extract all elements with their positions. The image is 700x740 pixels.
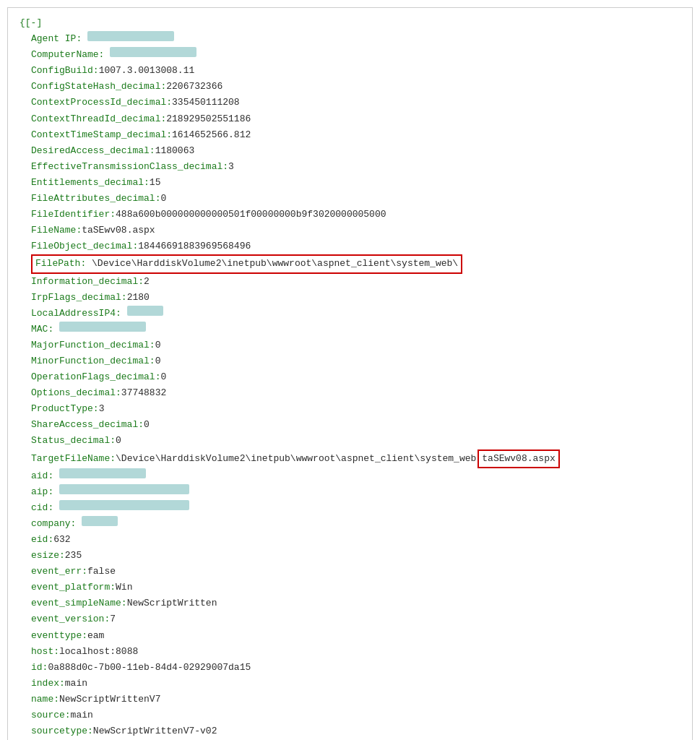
key-contextprocessid: ContextProcessId_decimal: xyxy=(31,95,172,111)
value-irpflags: 2180 xyxy=(127,290,150,306)
field-status: Status_decimal: 0 xyxy=(31,433,680,449)
field-aid: aid: xyxy=(31,468,680,484)
value-shareaccess: 0 xyxy=(144,417,150,433)
value-targetfilename-path: \Device\HarddiskVolume2\inetpub\wwwroot\… xyxy=(116,451,476,467)
key-mac: MAC: xyxy=(31,322,53,337)
key-configstatehash: ConfigStateHash_decimal: xyxy=(31,79,166,95)
value-event-simplename: NewScriptWritten xyxy=(127,595,217,611)
value-targetfilename-suffix: taSEwv08.aspx xyxy=(478,449,559,468)
field-eid: eid: 632 xyxy=(31,532,680,548)
key-majorfunction: MajorFunction_decimal: xyxy=(31,337,155,353)
field-aip: aip: xyxy=(31,484,680,500)
key-configbuild: ConfigBuild: xyxy=(31,63,99,79)
key-name: name: xyxy=(31,692,59,707)
field-minorfunction: MinorFunction_decimal: 0 xyxy=(31,353,680,369)
field-options: Options_decimal: 37748832 xyxy=(31,385,680,401)
value-configbuild: 1007.3.0013008.11 xyxy=(99,63,195,79)
value-fileobject: 18446691883969568496 xyxy=(138,238,251,254)
value-computername xyxy=(110,47,196,57)
field-filename: FileName: taSEwv08.aspx xyxy=(31,223,680,238)
key-event-platform: event_platform: xyxy=(31,580,116,595)
value-cid xyxy=(59,500,189,510)
value-majorfunction: 0 xyxy=(155,337,161,353)
value-contextthreadid: 218929502551186 xyxy=(166,111,251,127)
value-options: 37748832 xyxy=(121,385,166,401)
field-event-version: event_version: 7 xyxy=(31,611,680,627)
value-esize: 235 xyxy=(65,548,82,564)
key-aip: aip: xyxy=(31,484,53,500)
field-event-simplename: event_simpleName: NewScriptWritten xyxy=(31,595,680,611)
value-aip xyxy=(59,484,189,494)
key-fileidentifier: FileIdentifier: xyxy=(31,207,116,223)
value-minorfunction: 0 xyxy=(155,353,161,369)
value-configstatehash: 2206732366 xyxy=(166,79,222,95)
key-host: host: xyxy=(31,644,59,660)
field-desiredaccess: DesiredAccess_decimal: 1180063 xyxy=(31,143,680,159)
open-bracket: { xyxy=(20,15,25,31)
value-id: 0a888d0c-7b00-11eb-84d4-02929007da15 xyxy=(48,660,251,676)
fields-container: Agent IP: ComputerName: ConfigBuild: 100… xyxy=(20,31,680,740)
field-source: source: main xyxy=(31,707,680,723)
key-entitlements: Entitlements_decimal: xyxy=(31,175,150,191)
key-eid: eid: xyxy=(31,532,53,548)
value-entitlements: 15 xyxy=(150,175,161,191)
key-localaddressip4: LocalAddressIP4: xyxy=(31,306,121,322)
key-information: Information_decimal: xyxy=(31,274,144,290)
value-event-err: false xyxy=(87,564,116,580)
value-eventtype: eam xyxy=(87,628,104,644)
key-aid: aid: xyxy=(31,468,53,484)
field-fileobject: FileObject_decimal: 18446691883969568496 xyxy=(31,238,680,254)
value-sourcetype: NewScriptWrittenV7-v02 xyxy=(93,723,217,739)
field-contexttimestamp: ContextTimeStamp_decimal: 1614652566.812 xyxy=(31,127,680,143)
main-container: { [-] Agent IP: ComputerName: ConfigBuil… xyxy=(0,0,700,740)
field-localaddressip4: LocalAddressIP4: xyxy=(31,306,680,322)
value-eid: 632 xyxy=(53,532,70,548)
field-host: host: localhost:8088 xyxy=(31,644,680,660)
value-aid xyxy=(59,468,146,478)
field-contextprocessid: ContextProcessId_decimal: 335450111208 xyxy=(31,95,680,111)
value-company xyxy=(82,516,118,526)
value-filename: taSEwv08.aspx xyxy=(82,223,155,238)
field-configstatehash: ConfigStateHash_decimal: 2206732366 xyxy=(31,79,680,95)
value-host: localhost:8088 xyxy=(59,644,138,660)
open-bracket-line: { [-] xyxy=(20,15,680,31)
collapse-icon[interactable]: [-] xyxy=(25,15,42,31)
value-index: main xyxy=(65,676,87,692)
key-filename: FileName: xyxy=(31,223,82,238)
value-desiredaccess: 1180063 xyxy=(155,143,195,159)
filepath-highlight-box: FilePath: \Device\HarddiskVolume2\inetpu… xyxy=(31,254,462,273)
key-irpflags: IrpFlags_decimal: xyxy=(31,290,127,306)
field-computername: ComputerName: xyxy=(31,47,680,63)
field-effectivetransmission: EffectiveTransmissionClass_decimal: 3 xyxy=(31,159,680,175)
key-operationflags: OperationFlags_decimal: xyxy=(31,369,160,385)
key-cid: cid: xyxy=(31,500,53,516)
value-fileidentifier: 488a600b000000000000501f00000000b9f30200… xyxy=(116,207,386,223)
key-id: id: xyxy=(31,660,48,676)
value-fileattributes: 0 xyxy=(160,191,166,207)
field-majorfunction: MajorFunction_decimal: 0 xyxy=(31,337,680,353)
key-targetfilename: TargetFileName: xyxy=(31,451,116,467)
field-contextthreadid: ContextThreadId_decimal: 218929502551186 xyxy=(31,111,680,127)
key-eventtype: eventtype: xyxy=(31,628,87,644)
key-fileobject: FileObject_decimal: xyxy=(31,238,138,254)
key-event-err: event_err: xyxy=(31,564,87,580)
field-index: index: main xyxy=(31,676,680,692)
key-desiredaccess: DesiredAccess_decimal: xyxy=(31,143,155,159)
field-information: Information_decimal: 2 xyxy=(31,274,680,290)
value-effectivetransmission: 3 xyxy=(228,159,234,175)
field-configbuild: ConfigBuild: 1007.3.0013008.11 xyxy=(31,63,680,79)
key-options: Options_decimal: xyxy=(31,385,121,401)
field-filepath: FilePath: \Device\HarddiskVolume2\inetpu… xyxy=(31,254,680,273)
value-operationflags: 0 xyxy=(160,369,166,385)
field-mac: MAC: xyxy=(31,322,680,337)
field-fileidentifier: FileIdentifier: 488a600b000000000000501f… xyxy=(31,207,680,223)
value-filepath: \Device\HarddiskVolume2\inetpub\wwwroot\… xyxy=(92,258,458,269)
key-event-version: event_version: xyxy=(31,611,110,627)
field-sourcetype: sourcetype: NewScriptWrittenV7-v02 xyxy=(31,723,680,739)
field-id: id: 0a888d0c-7b00-11eb-84d4-02929007da15 xyxy=(31,660,680,676)
field-entitlements: Entitlements_decimal: 15 xyxy=(31,175,680,191)
key-contexttimestamp: ContextTimeStamp_decimal: xyxy=(31,127,172,143)
value-contextprocessid: 335450111208 xyxy=(172,95,240,111)
key-fileattributes: FileAttributes_decimal: xyxy=(31,191,160,207)
key-event-simplename: event_simpleName: xyxy=(31,595,127,611)
